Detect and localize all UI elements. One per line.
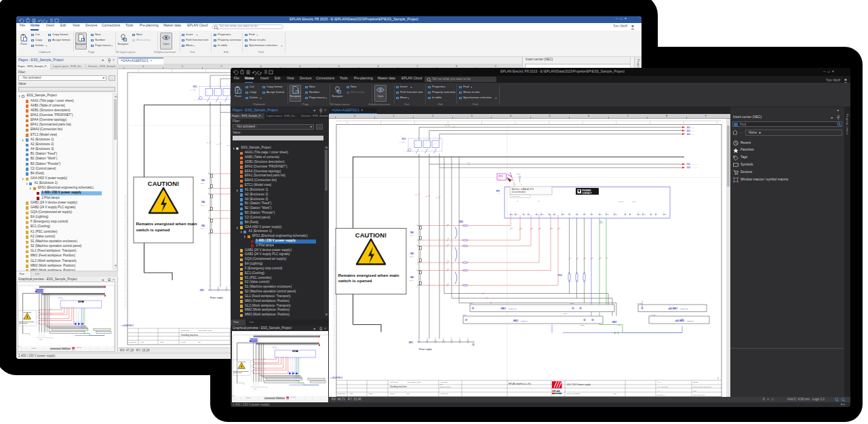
svg-text:switch is opened: switch is opened <box>338 278 372 283</box>
svg-text:switch is opened: switch is opened <box>136 227 170 232</box>
svg-text:CAUTION!: CAUTION! <box>237 361 245 362</box>
svg-text:Remains energized when main: Remains energized when main <box>338 272 399 277</box>
svg-text:CAUTION!: CAUTION! <box>355 231 387 238</box>
svg-text:CAUTION!: CAUTION! <box>148 180 179 187</box>
svg-text:Remains energized when main: Remains energized when main <box>136 221 197 226</box>
svg-text:CAUTION!: CAUTION! <box>23 311 31 313</box>
